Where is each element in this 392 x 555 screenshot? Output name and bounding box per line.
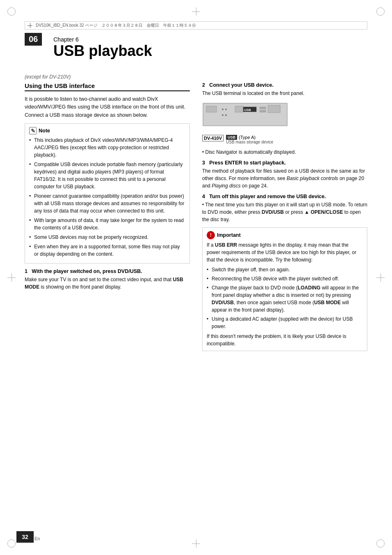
step1-heading-text: 1 With the player switched on, press DVD… <box>25 268 142 274</box>
device-diagram: USB DV-410V USB (Type A) USB mass storag… <box>202 101 367 144</box>
step1-body: Make sure your TV is on and set to the c… <box>25 276 190 291</box>
corner-deco-tl <box>7 7 16 16</box>
important-box: ! Important If a USB ERR message lights … <box>202 227 367 351</box>
step3-body: The method of playback for files saved o… <box>202 167 367 190</box>
note-list: This includes playback of DivX video/WMV… <box>29 136 185 258</box>
pencil-icon: ✎ <box>31 128 35 134</box>
step4-text: 4 Turn off this player and remove the US… <box>202 194 326 199</box>
important-item-4: Using a dedicated AC adapter (supplied w… <box>207 315 363 330</box>
important-item-3: Change the player back to DVD mode (LOAD… <box>207 284 363 314</box>
important-item-1: Switch the player off, then on again. <box>207 266 363 273</box>
svg-point-7 <box>225 114 227 116</box>
note-item-3: Pioneer cannot guarantee compatibility (… <box>29 192 185 215</box>
svg-rect-3 <box>268 105 280 113</box>
mid-cross-right <box>376 273 385 282</box>
step2-heading: 2 Connect your USB device. <box>202 82 367 88</box>
page-lang: En <box>35 536 40 541</box>
section-heading: Using the USB interface <box>25 82 190 91</box>
left-column: Using the USB interface It is possible t… <box>25 82 190 522</box>
corner-deco-br <box>376 539 385 548</box>
important-icon: ! <box>207 231 215 239</box>
page-title-area: Chapter 6 USB playback <box>25 36 367 59</box>
mid-cross-top <box>192 7 200 16</box>
step4-body: • The next time you turn this player on … <box>202 201 367 223</box>
subtitle: (except for DV-210V) <box>25 74 71 80</box>
disc-nav-text: • Disc Navigator is automatically displa… <box>202 148 367 156</box>
step2-num: 2 Connect your USB device. <box>202 82 274 88</box>
note-item-4: With large amounts of data, it may take … <box>29 217 185 231</box>
file-info-text: DV510K_IBD_EN.book 32 ページ ２００８年３月２８日 金曜日… <box>36 23 196 28</box>
step3-text: 3 Press ENTER to start playback. <box>202 160 286 166</box>
device-svg: USB <box>202 101 288 134</box>
diagram-usb-info: USB (Type A) USB mass storage device <box>226 135 273 144</box>
note-item-2: Compatible USB devices include portable … <box>29 161 185 190</box>
step2-body: The USB terminal is located on the front… <box>202 90 367 97</box>
corner-deco-tr <box>376 7 385 16</box>
svg-rect-11 <box>260 110 266 112</box>
page-number-box: 32 <box>16 531 34 543</box>
svg-rect-1 <box>206 106 217 112</box>
sub-label: USB mass storage device <box>226 140 273 144</box>
svg-point-6 <box>222 114 224 116</box>
right-column: 2 Connect your USB device. The USB termi… <box>202 82 367 522</box>
type-label: (Type A) <box>239 135 256 140</box>
svg-rect-10 <box>260 107 266 109</box>
mid-cross-left <box>7 273 16 282</box>
important-list: Switch the player off, then on again. Re… <box>207 266 363 330</box>
diagram-model-label: DV-410V <box>202 135 224 141</box>
file-info-bar: DV510K_IBD_EN.book 32 ページ ２００８年３月２８日 金曜日… <box>25 21 367 30</box>
svg-point-4 <box>222 109 224 110</box>
step3-heading: 3 Press ENTER to start playback. <box>202 160 367 166</box>
step1-heading: 1 With the player switched on, press DVD… <box>25 268 190 274</box>
svg-rect-2 <box>235 106 243 112</box>
step4-heading: 4 Turn off this player and remove the US… <box>202 194 367 199</box>
note-icon: ✎ <box>29 127 37 134</box>
corner-deco-bl <box>7 539 16 548</box>
note-item-1: This includes playback of DivX video/WMV… <box>29 136 185 159</box>
note-box: ✎ Note This includes playback of DivX vi… <box>25 123 190 264</box>
important-intro: If a USB ERR message lights in the displ… <box>207 241 363 264</box>
note-label: Note <box>39 128 50 134</box>
important-label: Important <box>217 232 241 238</box>
important-item-2: Reconnecting the USB device with the pla… <box>207 275 363 282</box>
diagram-usb-row: USB (Type A) <box>226 135 273 140</box>
usb-badge: USB <box>226 135 237 140</box>
mid-cross-bottom <box>192 539 200 548</box>
chapter-label: Chapter 6 <box>53 36 367 43</box>
note-item-6: Even when they are in a supported format… <box>29 243 185 258</box>
content-area: Using the USB interface It is possible t… <box>25 82 367 522</box>
svg-point-5 <box>225 109 227 110</box>
important-title: ! Important <box>207 231 363 239</box>
file-info-cross-icon <box>28 23 32 28</box>
page-number: 32 <box>22 534 28 540</box>
svg-text:USB: USB <box>244 108 251 112</box>
main-title: USB playback <box>53 43 367 59</box>
important-footer: If this doesn't remedy the problem, it i… <box>207 333 363 347</box>
note-item-5: Some USB devices may not be properly rec… <box>29 234 185 241</box>
note-title: ✎ Note <box>29 127 185 134</box>
intro-text: It is possible to listen to two-channel … <box>25 95 190 119</box>
diagram-caption: DV-410V USB (Type A) USB mass storage de… <box>202 135 273 144</box>
